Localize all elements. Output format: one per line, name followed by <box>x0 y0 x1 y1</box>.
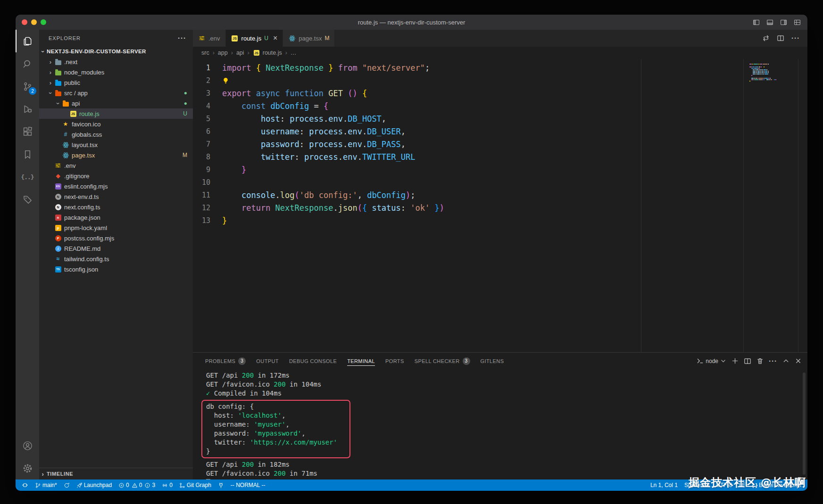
code-editor[interactable]: 1import { NextResponse } from "next/serv… <box>193 59 807 352</box>
close-panel[interactable] <box>795 357 802 364</box>
file-row-nodemodules[interactable]: node_modules <box>39 67 193 77</box>
zoom-window-button[interactable] <box>41 19 46 25</box>
folder-icon <box>54 90 62 96</box>
file-row-.gitignore[interactable]: ◆.gitignore <box>39 171 193 181</box>
editor-scrollbar[interactable] <box>798 59 807 352</box>
more-icon[interactable]: ··· <box>791 34 800 42</box>
file-row-eslint.config.mjs[interactable]: ESeslint.config.mjs <box>39 181 193 191</box>
minimap[interactable] <box>743 59 798 352</box>
terminal-scrollbar[interactable] <box>803 372 806 475</box>
status-part <box>64 482 70 488</box>
code-line: 9 } <box>193 164 807 176</box>
split-editor-icon[interactable] <box>777 34 784 42</box>
status-launchpad[interactable]: Launchpad <box>73 479 115 491</box>
timeline-section[interactable]: TIMELINE <box>39 468 193 479</box>
modified-dot-icon: ● <box>184 90 193 96</box>
tab-page.tsx[interactable]: page.tsxM <box>283 30 335 47</box>
minimap-line <box>749 64 798 65</box>
status-sync[interactable] <box>60 479 73 491</box>
activity-tags[interactable] <box>16 188 39 211</box>
activity-search[interactable] <box>16 52 39 75</box>
file-row-favicon.ico[interactable]: ★favicon.ico <box>39 119 193 129</box>
panel-right-icon[interactable] <box>780 19 787 26</box>
panel-tab-spell-checker[interactable]: SPELL CHECKER3 <box>411 353 474 369</box>
file-label: next-env.d.ts <box>64 193 99 200</box>
file-row-package.json[interactable]: npackage.json <box>39 212 193 223</box>
close-icon[interactable]: × <box>273 34 277 42</box>
status-cursor-position[interactable]: Ln 1, Col 1 <box>647 479 681 491</box>
file-row-api[interactable]: api● <box>39 98 193 108</box>
status-git-branch[interactable]: main* <box>32 479 60 491</box>
status-vim-mode[interactable]: -- NORMAL -- <box>227 479 269 491</box>
activity-account[interactable] <box>16 434 39 457</box>
maximize-panel[interactable] <box>782 357 790 364</box>
editor-group: .envJSroute.jsU×page.tsxM ··· src›app›ap… <box>193 30 807 479</box>
terminal-line: ✓ Compiled in 104ms <box>206 389 796 398</box>
kill-terminal[interactable] <box>756 357 764 364</box>
file-row-postcss.config.mjs[interactable]: Ppostcss.config.mjs <box>39 233 193 243</box>
breadcrumb-item[interactable]: … <box>291 50 297 56</box>
new-terminal[interactable] <box>732 357 739 364</box>
file-row-tailwind.config.ts[interactable]: ≈tailwind.config.ts <box>39 254 193 264</box>
tab-route.js[interactable]: JSroute.jsU× <box>226 30 283 47</box>
terminal-session[interactable]: node <box>697 357 726 364</box>
breadcrumb-item[interactable]: api <box>236 50 244 56</box>
chevron-up-icon <box>782 357 790 364</box>
breadcrumb-item[interactable]: app <box>218 50 228 56</box>
file-row-README.md[interactable]: iREADME.md <box>39 243 193 254</box>
panel-bottom-icon[interactable] <box>766 19 773 26</box>
status-ports[interactable]: 0 <box>158 479 176 491</box>
terminal-output[interactable]: GET /api 200 in 172msGET /favicon.ico 20… <box>193 369 796 479</box>
panel-tab-gitlens[interactable]: GITLENS <box>477 353 508 369</box>
compare-changes-icon[interactable] <box>762 34 770 42</box>
panel-tab-debug-console[interactable]: DEBUG CONSOLE <box>285 353 341 369</box>
file-row-tsconfig.json[interactable]: TStsconfig.json <box>39 264 193 274</box>
panel-left-icon[interactable] <box>753 19 760 26</box>
file-row-page.tsx[interactable]: page.tsxM <box>39 150 193 160</box>
panel-tab-output[interactable]: OUTPUT <box>252 353 283 369</box>
code-area[interactable]: 1import { NextResponse } from "next/serv… <box>193 59 807 352</box>
breadcrumb-separator: › <box>213 50 215 56</box>
chevron-right-icon <box>39 471 47 478</box>
activity-source-control[interactable]: 2 <box>16 75 39 98</box>
tab-label: route.js <box>241 35 262 42</box>
panel-tab-ports[interactable]: PORTS <box>382 353 408 369</box>
minimize-window-button[interactable] <box>31 19 37 25</box>
panel-tab-terminal[interactable]: TERMINAL <box>343 353 379 369</box>
lightbulb-icon[interactable] <box>222 74 229 87</box>
file-row-.env[interactable]: .env <box>39 160 193 171</box>
file-row-route.js[interactable]: JSroute.jsU <box>39 108 193 119</box>
layout-grid-icon[interactable] <box>794 19 801 26</box>
breadcrumb-item[interactable]: JSroute.js <box>253 50 282 56</box>
file-row-globals.css[interactable]: #globals.css <box>39 129 193 140</box>
activity-snippets[interactable]: {..} <box>16 165 39 188</box>
more-actions-icon[interactable]: ··· <box>178 34 186 42</box>
file-row-public[interactable]: public <box>39 77 193 88</box>
breadcrumb-item[interactable]: src <box>201 50 209 56</box>
favicon-icon: ★ <box>62 121 69 127</box>
close-window-button[interactable] <box>22 19 27 25</box>
project-root-row[interactable]: NEXTJS-ENV-DIR-CUSTOM-SERVER <box>39 46 193 57</box>
activity-run-debug[interactable] <box>16 98 39 120</box>
warning-icon <box>132 482 138 488</box>
file-row-next-env.d.ts[interactable]: Nnext-env.d.ts <box>39 191 193 202</box>
code-line: 12 return NextResponse.json({ status: 'o… <box>193 202 807 215</box>
activity-extensions[interactable] <box>16 120 39 143</box>
file-row-next.config.ts[interactable]: Nnext.config.ts <box>39 202 193 212</box>
panel-more[interactable]: ··· <box>769 357 777 365</box>
activity-bookmarks[interactable] <box>16 143 39 165</box>
status-remote[interactable] <box>18 479 32 491</box>
panel-tab-problems[interactable]: PROBLEMS3 <box>201 353 249 369</box>
file-row-srcapp[interactable]: src / app● <box>39 88 193 98</box>
activity-explorer[interactable] <box>16 30 39 52</box>
activity-settings[interactable] <box>16 457 39 479</box>
file-row-.next[interactable]: .next <box>39 57 193 67</box>
tab-.env[interactable]: .env <box>193 30 226 47</box>
file-row-layout.tsx[interactable]: layout.tsx <box>39 140 193 150</box>
minimap-line <box>749 74 798 74</box>
split-terminal[interactable] <box>744 357 751 365</box>
status-problems[interactable]: 003 <box>115 479 158 491</box>
status-plug[interactable] <box>215 479 227 491</box>
status-git-graph[interactable]: Git Graph <box>176 479 215 491</box>
file-row-pnpm-lock.yaml[interactable]: ppnpm-lock.yaml <box>39 223 193 233</box>
